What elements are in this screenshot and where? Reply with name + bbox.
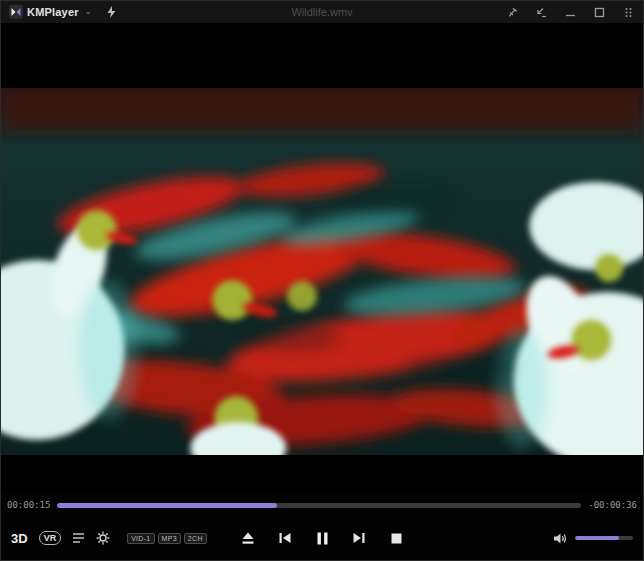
kmplayer-logo-icon [9, 5, 23, 19]
maximize-icon[interactable] [592, 5, 606, 19]
stop-button[interactable] [387, 529, 405, 547]
app-name: KMPlayer [27, 6, 79, 18]
playlist-icon[interactable] [72, 532, 85, 544]
volume-icon[interactable] [553, 532, 568, 545]
buttons-row: 3D VR [1, 516, 643, 560]
transport-controls [239, 529, 405, 547]
settings-gear-icon[interactable] [96, 531, 110, 545]
minimize-icon[interactable] [563, 5, 577, 19]
seek-bar[interactable] [57, 503, 581, 508]
remaining-time: -00:00:36 [588, 500, 637, 510]
audio-channels-badge[interactable]: 2CH [184, 533, 207, 544]
lightning-icon[interactable] [107, 6, 116, 18]
elapsed-time: 00:00:15 [7, 500, 50, 510]
titlebar[interactable]: KMPlayer ⌄ Wildlife.wmv [1, 1, 643, 24]
kmplayer-window: KMPlayer ⌄ Wildlife.wmv [0, 0, 644, 561]
video-area[interactable] [1, 24, 643, 494]
seek-bar-fill [57, 503, 277, 508]
video-content [1, 88, 643, 455]
volume-slider-fill [575, 536, 619, 540]
pause-button[interactable] [313, 529, 331, 547]
control-bar: 00:00:15 -00:00:36 3D VR [1, 494, 643, 560]
pin-icon[interactable] [505, 5, 519, 19]
chevron-down-icon: ⌄ [85, 8, 92, 16]
video-stream-badge[interactable]: VID-1 [127, 533, 154, 544]
audio-codec-badge[interactable]: MP3 [158, 533, 181, 544]
vr-mode-button[interactable]: VR [39, 531, 62, 545]
app-menu-button[interactable]: KMPlayer ⌄ [9, 5, 91, 19]
snap-icon[interactable] [534, 5, 548, 19]
seek-row: 00:00:15 -00:00:36 [1, 494, 643, 516]
volume-slider[interactable] [575, 536, 633, 540]
eject-button[interactable] [239, 529, 257, 547]
3d-mode-button[interactable]: 3D [11, 531, 28, 546]
previous-button[interactable] [276, 529, 294, 547]
menu-dots-icon[interactable] [621, 5, 635, 19]
next-button[interactable] [350, 529, 368, 547]
